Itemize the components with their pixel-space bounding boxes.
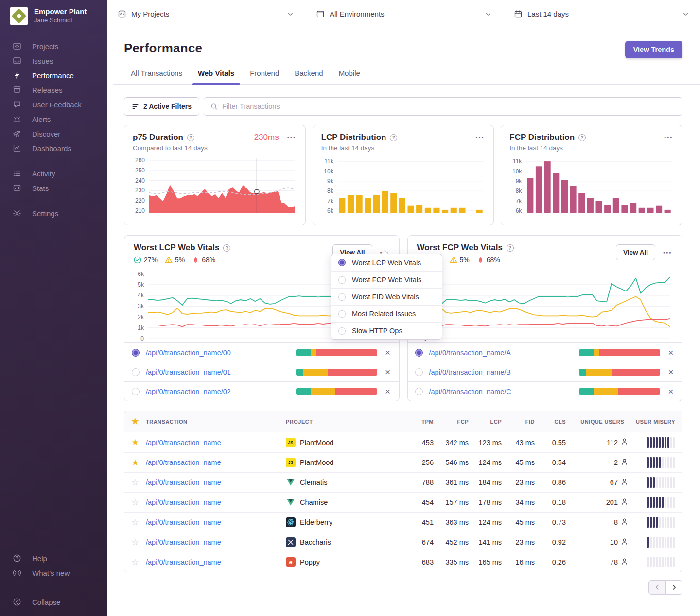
fcp-value: 452 ms <box>436 538 471 546</box>
sidebar-item-projects[interactable]: Projects <box>0 39 107 53</box>
transaction-link[interactable]: /api/0/transaction_name/02 <box>146 388 296 395</box>
dropdown-item-slow-http-ops[interactable]: Slow HTTP Ops <box>331 322 442 339</box>
more-icon[interactable]: ⋯ <box>664 135 674 140</box>
transaction-link[interactable]: /api/0/transaction_name <box>146 558 286 566</box>
search-input[interactable] <box>222 103 676 110</box>
star-outline-icon[interactable]: ☆ <box>124 557 146 567</box>
transaction-link[interactable]: /api/0/transaction_name <box>146 439 286 446</box>
star-outline-icon[interactable]: ☆ <box>124 497 146 508</box>
transaction-link[interactable]: /api/0/transaction_name/00 <box>146 349 296 357</box>
unique-users-value: 201 <box>606 498 618 506</box>
radio-icon[interactable] <box>132 388 140 395</box>
org-switcher[interactable]: Empower Plant Jane Schmidt <box>0 0 107 25</box>
sidebar-item-releases[interactable]: Releases <box>0 83 107 97</box>
card-title: Worst LCP Web Vitals <box>134 243 219 253</box>
more-icon[interactable]: ⋯ <box>663 250 673 255</box>
help-icon[interactable]: ? <box>223 244 230 252</box>
transaction-link[interactable]: /api/0/transaction_name <box>146 479 286 486</box>
sidebar-item-collapse[interactable]: Collapse <box>0 595 107 609</box>
worst-fcp-chart[interactable] <box>432 271 670 339</box>
vitals-stats: 27% 5% 68% <box>134 256 332 264</box>
help-icon[interactable]: ? <box>578 134 586 141</box>
radio-selected-icon[interactable] <box>132 349 140 357</box>
tab-all-transactions[interactable]: All Transactions <box>124 69 189 84</box>
table-row: ☆/api/0/transaction_nameBaccharis674452 … <box>124 532 682 552</box>
transaction-link[interactable]: /api/0/transaction_name <box>146 498 286 506</box>
star-outline-icon[interactable]: ☆ <box>124 478 146 488</box>
star-outline-icon[interactable]: ☆ <box>124 537 146 548</box>
close-icon[interactable]: × <box>666 367 676 376</box>
transaction-link[interactable]: /api/0/transaction_name/01 <box>146 368 296 376</box>
radio-icon[interactable] <box>415 368 423 376</box>
sidebar-item-stats[interactable]: Stats <box>0 181 107 195</box>
js-icon: JS <box>286 458 296 467</box>
star-filled-icon[interactable]: ★ <box>124 437 146 447</box>
table-row: ★/api/0/transaction_nameJSPlantMood25654… <box>124 452 682 472</box>
star-outline-icon[interactable]: ☆ <box>124 517 146 528</box>
react-icon <box>286 517 296 527</box>
dropdown-item-most-related-issues[interactable]: Most Related Issues <box>331 305 442 322</box>
star-filled-icon[interactable]: ★ <box>124 458 146 468</box>
sidebar-item-dashboards[interactable]: Dashboards <box>0 141 107 155</box>
tpm-value: 683 <box>406 558 436 566</box>
sidebar-item-help[interactable]: Help <box>0 551 107 565</box>
help-icon[interactable]: ? <box>187 134 194 141</box>
dropdown-item-worst-fcp-web-vitals[interactable]: Worst FCP Web Vitals <box>331 271 442 288</box>
project-selector[interactable]: My Projects <box>107 0 305 28</box>
dropdown-item-worst-lcp-web-vitals[interactable]: Worst LCP Web Vitals <box>331 254 442 271</box>
close-icon[interactable]: × <box>383 367 393 376</box>
collapse-icon <box>13 598 21 606</box>
p75-duration-chart[interactable] <box>149 158 295 213</box>
view-all-button[interactable]: View All <box>616 244 655 260</box>
tab-mobile[interactable]: Mobile <box>332 69 367 84</box>
sidebar-item-settings[interactable]: Settings <box>0 206 107 221</box>
transaction-link[interactable]: /api/0/transaction_name/A <box>429 349 579 357</box>
close-icon[interactable]: × <box>666 387 676 396</box>
dropdown-item-worst-fid-web-vitals[interactable]: Worst FID Web Vitals <box>331 288 442 305</box>
close-icon[interactable]: × <box>666 348 676 357</box>
more-icon[interactable]: ⋯ <box>475 135 485 140</box>
star-column-header-icon[interactable]: ★ <box>124 416 146 427</box>
sidebar-item-activity[interactable]: Activity <box>0 166 107 181</box>
transaction-link[interactable]: /api/0/transaction_name/C <box>429 388 579 395</box>
project-name: Chamise <box>300 498 328 506</box>
help-icon[interactable]: ? <box>507 244 514 252</box>
table-row: ☆/api/0/transaction_nameClematis788361 m… <box>124 472 682 492</box>
performance-page: Empower Plant Jane Schmidt ProjectsIssue… <box>0 0 700 616</box>
sidebar-item-performance[interactable]: Performance <box>0 68 107 83</box>
transaction-link[interactable]: /api/0/transaction_name <box>146 518 286 526</box>
unique-users-value: 67 <box>610 479 618 486</box>
fcp-value: 363 ms <box>436 518 471 526</box>
sidebar-item-what-s-new[interactable]: What’s new <box>0 565 107 580</box>
active-filters-button[interactable]: 2 Active Filters <box>124 97 199 116</box>
tab-backend[interactable]: Backend <box>288 69 330 84</box>
view-trends-button[interactable]: View Trends <box>625 41 682 58</box>
sidebar-item-user-feedback[interactable]: User Feedback <box>0 97 107 112</box>
transaction-link[interactable]: /api/0/transaction_name <box>146 538 286 546</box>
close-icon[interactable]: × <box>383 348 393 357</box>
sidebar-item-discover[interactable]: Discover <box>0 126 107 141</box>
previous-page-button[interactable] <box>648 580 665 595</box>
dashboards-icon <box>13 144 21 153</box>
date-range-selector[interactable]: Last 14 days <box>503 0 700 28</box>
tab-web-vitals[interactable]: Web Vitals <box>191 69 241 84</box>
sidebar-item-issues[interactable]: Issues <box>0 53 107 68</box>
help-icon[interactable]: ? <box>390 134 397 141</box>
radio-icon[interactable] <box>132 368 140 376</box>
more-icon[interactable]: ⋯ <box>287 135 297 140</box>
sidebar-item-alerts[interactable]: Alerts <box>0 112 107 126</box>
table-row: ★/api/0/transaction_nameJSPlantMood45334… <box>124 432 682 452</box>
cross-icon <box>286 537 296 547</box>
project-cell: ePoppy <box>286 557 406 567</box>
lcp-distribution-chart <box>338 158 484 213</box>
transaction-link[interactable]: /api/0/transaction_name <box>146 459 286 466</box>
tab-frontend[interactable]: Frontend <box>243 69 286 84</box>
radio-selected-icon <box>338 259 346 266</box>
radio-selected-icon[interactable] <box>415 349 423 357</box>
table-row: ☆/api/0/transaction_nameElderberry451363… <box>124 512 682 532</box>
radio-icon[interactable] <box>415 388 423 395</box>
environment-selector[interactable]: All Environments <box>305 0 503 28</box>
next-page-button[interactable] <box>665 580 682 595</box>
close-icon[interactable]: × <box>383 387 393 396</box>
transaction-link[interactable]: /api/0/transaction_name/B <box>429 368 579 376</box>
